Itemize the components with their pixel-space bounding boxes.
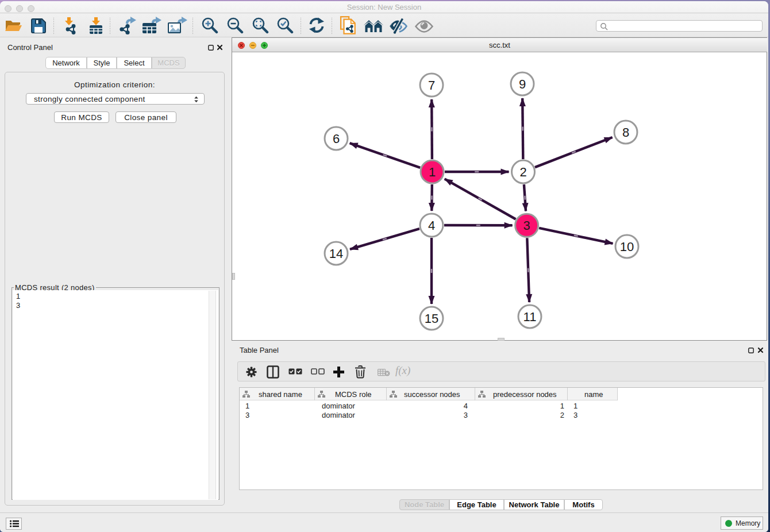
svg-text:3: 3: [523, 218, 530, 233]
svg-text:6: 6: [333, 132, 340, 146]
svg-text:11: 11: [523, 310, 537, 324]
svg-text:15: 15: [425, 311, 438, 326]
svg-text:4: 4: [428, 218, 435, 233]
svg-text:7: 7: [428, 78, 435, 92]
svg-text:1: 1: [429, 165, 436, 179]
svg-text:8: 8: [622, 125, 629, 140]
svg-text:2: 2: [519, 165, 526, 179]
svg-text:9: 9: [519, 77, 526, 91]
svg-text:10: 10: [620, 240, 634, 254]
svg-text:14: 14: [329, 246, 343, 261]
